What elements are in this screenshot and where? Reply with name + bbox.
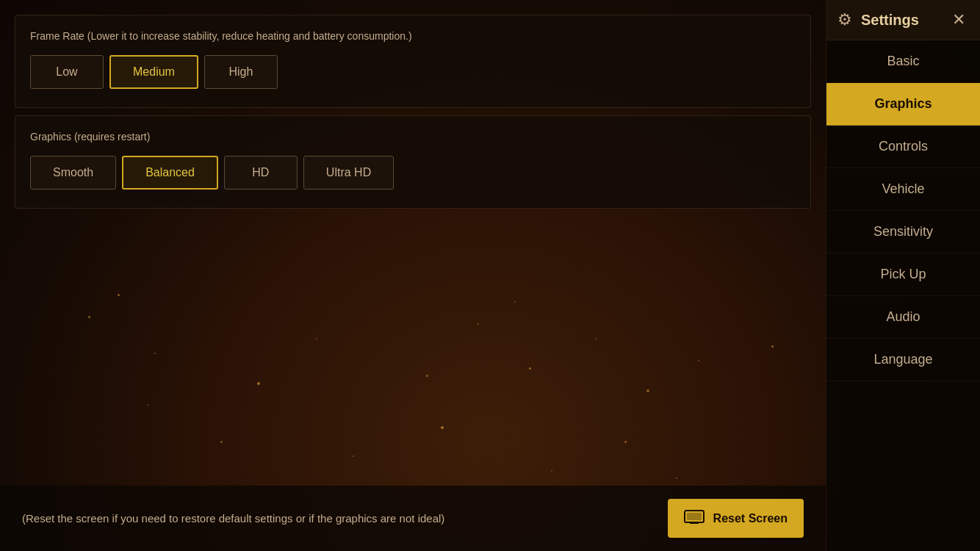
- frame-rate-buttons: Low Medium High: [30, 55, 796, 89]
- close-button[interactable]: ✕: [948, 7, 969, 33]
- graphics-smooth-button[interactable]: Smooth: [30, 156, 116, 190]
- graphics-ultrahd-button[interactable]: Ultra HD: [303, 156, 394, 190]
- gear-icon: ⚙: [837, 10, 852, 29]
- graphics-label: Graphics (requires restart): [30, 131, 796, 143]
- settings-title: Settings: [861, 12, 919, 29]
- bottom-bar: (Reset the screen if you need to restore…: [0, 486, 826, 551]
- frame-rate-high-button[interactable]: High: [204, 55, 278, 89]
- graphics-balanced-button[interactable]: Balanced: [122, 156, 218, 190]
- sidebar-item-sensitivity[interactable]: Sensitivity: [826, 211, 980, 253]
- svg-rect-1: [687, 513, 702, 520]
- bottom-hint: (Reset the screen if you need to restore…: [22, 512, 444, 525]
- graphics-buttons: Smooth Balanced HD Ultra HD: [30, 156, 796, 190]
- sidebar-items: Basic Graphics Controls Vehicle Sensitiv…: [826, 40, 980, 551]
- sidebar-item-controls[interactable]: Controls: [826, 126, 980, 168]
- reset-icon: [684, 509, 705, 527]
- sidebar-item-language[interactable]: Language: [826, 339, 980, 381]
- sidebar-item-graphics[interactable]: Graphics: [826, 83, 980, 126]
- svg-rect-3: [690, 523, 699, 524]
- reset-screen-button[interactable]: Reset Screen: [668, 499, 804, 538]
- sidebar-item-vehicle[interactable]: Vehicle: [826, 168, 980, 211]
- frame-rate-medium-button[interactable]: Medium: [109, 55, 198, 89]
- frame-rate-label: Frame Rate (Lower it to increase stabili…: [30, 30, 796, 42]
- content-area: Frame Rate (Lower it to increase stabili…: [0, 0, 826, 551]
- graphics-panel: Graphics (requires restart) Smooth Balan…: [15, 115, 811, 209]
- graphics-hd-button[interactable]: HD: [224, 156, 298, 190]
- sidebar-item-basic[interactable]: Basic: [826, 40, 980, 83]
- sidebar: ⚙ Settings ✕ Basic Graphics Controls Veh…: [826, 0, 980, 551]
- reset-label: Reset Screen: [713, 512, 788, 525]
- sidebar-item-audio[interactable]: Audio: [826, 296, 980, 339]
- sidebar-header: ⚙ Settings ✕: [826, 0, 980, 40]
- frame-rate-panel: Frame Rate (Lower it to increase stabili…: [15, 15, 811, 108]
- frame-rate-low-button[interactable]: Low: [30, 55, 104, 89]
- sidebar-item-pickup[interactable]: Pick Up: [826, 253, 980, 296]
